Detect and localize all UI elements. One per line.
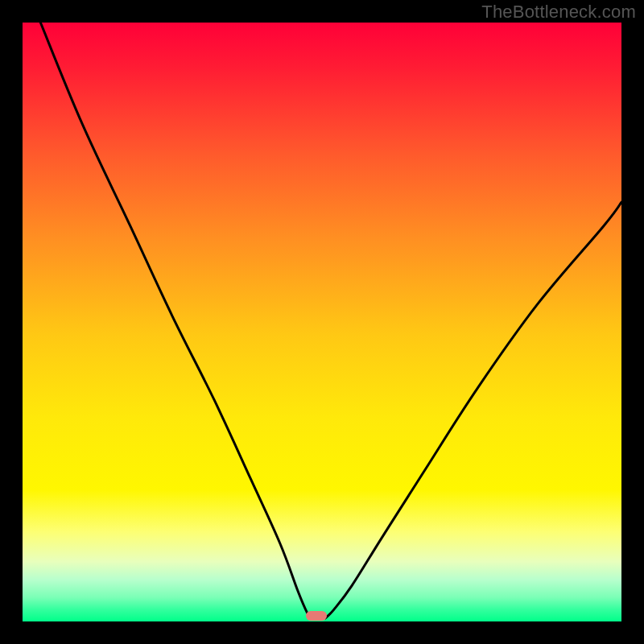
chart-frame: TheBottleneck.com (0, 0, 644, 644)
bottleneck-curve (23, 23, 621, 621)
curve-left-path (40, 23, 312, 618)
plot-area (23, 23, 621, 621)
bottleneck-marker (306, 611, 327, 621)
watermark-label: TheBottleneck.com (481, 2, 636, 23)
curve-right-path (325, 202, 621, 618)
